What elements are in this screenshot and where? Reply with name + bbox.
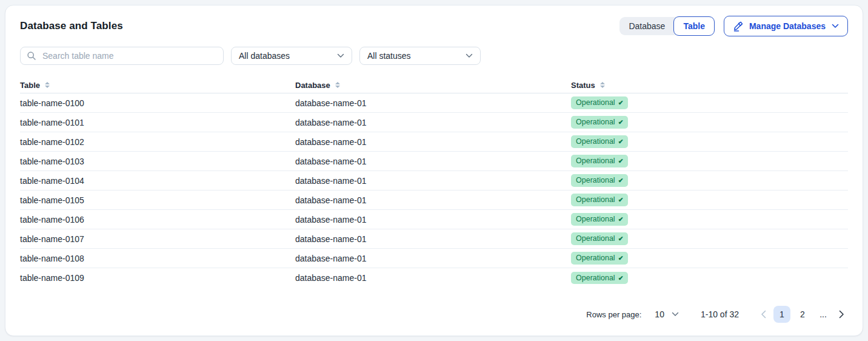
status-badge: Operational✔ [571, 155, 628, 167]
table-row: table-name-0104database-name-01Operation… [20, 171, 848, 191]
cell-status: Operational✔ [571, 272, 848, 285]
status-badge: Operational✔ [571, 213, 628, 226]
table-body: table-name-0100database-name-01Operation… [20, 93, 848, 288]
status-label: Operational [576, 157, 615, 165]
database-filter-select[interactable]: All databases [231, 47, 352, 65]
status-filter-select[interactable]: All statuses [359, 47, 481, 65]
cell-table-name: table-name-0109 [20, 273, 295, 283]
status-filter-value: All statuses [367, 51, 411, 61]
table-row: table-name-0108database-name-01Operation… [20, 249, 848, 268]
cell-status: Operational✔ [571, 116, 848, 129]
table-row: table-name-0101database-name-01Operation… [20, 113, 848, 132]
view-toggle-table[interactable]: Table [673, 16, 715, 36]
table-header: Table Database Status [20, 77, 848, 93]
cell-table-name: table-name-0108 [20, 254, 295, 263]
page-title: Database and Tables [20, 20, 123, 32]
status-label: Operational [576, 138, 615, 146]
check-icon: ✔ [618, 216, 624, 223]
cell-database-name: database-name-01 [295, 157, 571, 166]
table-row: table-name-0109database-name-01Operation… [20, 268, 848, 288]
table-row: table-name-0105database-name-01Operation… [20, 191, 848, 210]
rows-per-page-value: 10 [655, 309, 664, 319]
cell-status: Operational✔ [571, 135, 848, 148]
cell-database-name: database-name-01 [295, 273, 571, 283]
column-header-status[interactable]: Status [571, 81, 848, 90]
status-badge: Operational✔ [571, 96, 628, 109]
status-badge: Operational✔ [571, 232, 628, 245]
cell-database-name: database-name-01 [295, 195, 571, 205]
status-label: Operational [576, 274, 615, 282]
table-row: table-name-0103database-name-01Operation… [20, 152, 848, 171]
cell-table-name: table-name-0100 [20, 98, 295, 108]
check-icon: ✔ [618, 275, 624, 282]
table-row: table-name-0102database-name-01Operation… [20, 132, 848, 152]
column-header-table[interactable]: Table [20, 81, 295, 90]
chevron-down-icon [466, 53, 473, 58]
status-label: Operational [576, 254, 615, 262]
pagination-range: 1-10 of 32 [701, 309, 739, 319]
status-badge: Operational✔ [571, 135, 628, 148]
cell-status: Operational✔ [571, 194, 848, 206]
check-icon: ✔ [618, 197, 624, 203]
next-page-button[interactable] [835, 306, 848, 323]
page-ellipsis: ... [815, 306, 832, 323]
view-toggle-database[interactable]: Database [619, 17, 674, 35]
chevron-down-icon [337, 53, 344, 58]
status-label: Operational [576, 235, 615, 243]
cell-table-name: table-name-0104 [20, 176, 295, 186]
topbar: Database and Tables Database Table Manag… [20, 15, 848, 37]
cell-database-name: database-name-01 [295, 215, 571, 225]
status-badge: Operational✔ [571, 272, 628, 285]
table-search [20, 47, 224, 65]
check-icon: ✔ [618, 177, 624, 184]
pagination-bar: Rows per page: 10 1-10 of 32 12... [20, 306, 848, 323]
rows-per-page-label: Rows per page: [586, 310, 641, 319]
cell-table-name: table-name-0103 [20, 157, 295, 166]
column-label: Database [295, 81, 330, 90]
cell-status: Operational✔ [571, 213, 848, 226]
previous-page-button[interactable] [757, 306, 770, 323]
chevron-down-icon [672, 312, 679, 317]
table-row: table-name-0106database-name-01Operation… [20, 210, 848, 229]
check-icon: ✔ [618, 255, 624, 262]
filters-row: All databases All statuses [20, 47, 848, 65]
status-label: Operational [576, 177, 615, 184]
search-input[interactable] [41, 50, 217, 61]
sort-icon [600, 82, 605, 88]
top-actions: Database Table Manage Databases [619, 16, 848, 36]
database-filter-value: All databases [239, 51, 290, 61]
column-header-database[interactable]: Database [295, 81, 571, 90]
edit-pencil-icon [733, 21, 743, 32]
cell-table-name: table-name-0107 [20, 234, 295, 244]
cell-table-name: table-name-0102 [20, 137, 295, 147]
cell-table-name: table-name-0106 [20, 215, 295, 225]
manage-databases-button[interactable]: Manage Databases [724, 16, 848, 36]
cell-table-name: table-name-0101 [20, 118, 295, 127]
page-buttons: 12... [773, 306, 832, 323]
rows-per-page-select[interactable]: 10 [655, 309, 679, 319]
page-button-1[interactable]: 1 [773, 306, 790, 323]
status-badge: Operational✔ [571, 174, 628, 187]
check-icon: ✔ [618, 100, 624, 106]
check-icon: ✔ [618, 119, 624, 126]
chevron-down-icon [832, 24, 839, 29]
view-toggle: Database Table [619, 17, 713, 35]
cell-database-name: database-name-01 [295, 176, 571, 186]
search-icon [27, 51, 36, 61]
sort-icon [45, 82, 50, 88]
cell-database-name: database-name-01 [295, 98, 571, 108]
cell-database-name: database-name-01 [295, 254, 571, 263]
cell-status: Operational✔ [571, 252, 848, 265]
cell-status: Operational✔ [571, 155, 848, 167]
check-icon: ✔ [618, 158, 624, 164]
cell-table-name: table-name-0105 [20, 195, 295, 205]
status-label: Operational [576, 196, 615, 204]
page-button-2[interactable]: 2 [794, 306, 811, 323]
cell-database-name: database-name-01 [295, 137, 571, 147]
manage-databases-label: Manage Databases [749, 21, 826, 31]
status-label: Operational [576, 118, 615, 126]
check-icon: ✔ [618, 138, 624, 145]
cell-status: Operational✔ [571, 96, 848, 109]
check-icon: ✔ [618, 235, 624, 242]
column-label: Status [571, 81, 595, 90]
